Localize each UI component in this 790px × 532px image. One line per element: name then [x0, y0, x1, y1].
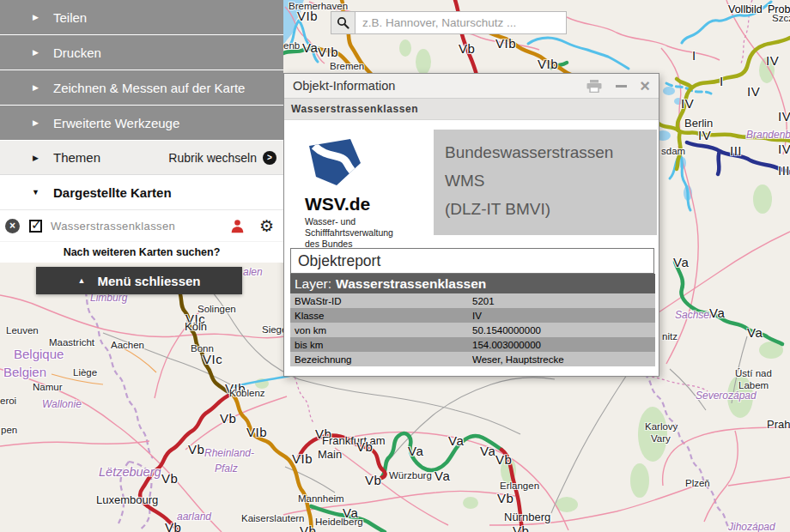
layer-header-label: Layer:	[295, 276, 331, 292]
row-value: 5201	[472, 296, 655, 306]
search-icon	[337, 16, 349, 29]
row-value: 154.003000000	[472, 340, 655, 350]
close-icon[interactable]: ×	[640, 79, 650, 93]
search-bar	[331, 11, 567, 34]
row-key: von km	[290, 325, 472, 336]
fullscreen-link[interactable]: Vollbild	[728, 3, 763, 15]
object-report-title: Objektreport	[290, 248, 654, 274]
chevron-right-circle-icon: >	[263, 151, 276, 165]
row-value: 50.1540000000	[472, 325, 655, 336]
row-value: Weser, Hauptstrecke	[472, 354, 655, 365]
table-row: bis km 154.003000000	[290, 337, 655, 352]
row-key: bis km	[290, 340, 472, 350]
close-menu-label: Menü schliessen	[97, 274, 200, 288]
service-title-line: (DLZ-IT BMVI)	[445, 195, 646, 223]
row-value: IV	[472, 311, 655, 321]
sidebar-item-label: Teilen	[53, 10, 87, 25]
section-label: Dargestellte Karten	[53, 185, 172, 200]
sidebar-menu: ▶ Teilen ▶ Drucken ▶ Zeichnen & Messen a…	[0, 0, 283, 263]
chevron-right-icon: ▶	[33, 118, 43, 127]
layer-label: Wasserstrassenklassen	[51, 220, 230, 233]
table-row: Bezeichnung Weser, Hauptstrecke	[290, 352, 655, 366]
service-title-box: Bundeswasserstrassen WMS (DLZ-IT BMVI)	[434, 130, 657, 235]
sidebar-item-label: Zeichnen & Messen auf der Karte	[53, 81, 245, 95]
sidebar-item-drucken[interactable]: ▶ Drucken	[0, 35, 283, 70]
layer-row-wasserstrassenklassen: × Wasserstrassenklassen ⚙	[0, 210, 283, 242]
sidebar-item-themen[interactable]: ▶ Themen Rubrik wechseln >	[0, 141, 283, 175]
table-row: von km 50.1540000000	[290, 323, 655, 337]
wsv-logo-icon	[307, 137, 362, 187]
search-button[interactable]	[331, 11, 355, 34]
dialog-title-bar[interactable]: Objekt-Information ×	[284, 74, 659, 99]
report-problem-link[interactable]: Probl	[768, 3, 790, 15]
print-icon[interactable]	[586, 80, 602, 93]
search-input[interactable]	[355, 11, 567, 34]
sidebar-item-label: Erweiterte Werkzeuge	[53, 116, 179, 130]
dialog-title: Objekt-Information	[293, 79, 576, 93]
dialog-body: WSV.de Wasser- und Schifffahrtsverwaltun…	[284, 120, 659, 375]
chevron-right-icon: ▶	[33, 48, 43, 57]
wsv-subtitle: Wasser- und Schifffahrtsverwaltung des B…	[305, 216, 393, 250]
sidebar-item-dargestellte-karten[interactable]: ▼ Dargestellte Karten	[0, 175, 283, 210]
table-row: BWaStr-ID 5201	[290, 293, 655, 308]
minimize-icon[interactable]	[616, 85, 627, 88]
row-key: Klasse	[290, 311, 472, 321]
object-report-table: Layer: Wasserstrassenklassen BWaStr-ID 5…	[290, 274, 655, 366]
rubrik-wechseln-label: Rubrik wechseln	[168, 151, 257, 165]
dialog-subtitle: Wasserstrassenklassen	[291, 103, 418, 115]
chevron-right-icon: ▶	[33, 13, 43, 21]
sidebar-item-teilen[interactable]: ▶ Teilen	[0, 0, 283, 34]
search-more-maps-link[interactable]: Nach weiteren Karten suchen?	[0, 242, 283, 263]
layer-header-row: Layer: Wasserstrassenklassen	[290, 274, 655, 293]
chevron-up-icon: ▲	[78, 276, 86, 285]
chevron-right-icon: ▶	[33, 154, 43, 162]
dialog-subtitle-bar: Wasserstrassenklassen	[284, 99, 659, 120]
service-title-line: Bundeswasserstrassen WMS	[445, 138, 646, 195]
rubrik-wechseln-link[interactable]: Rubrik wechseln >	[168, 151, 283, 165]
table-row: Klasse IV	[290, 308, 655, 323]
row-key: BWaStr-ID	[290, 296, 472, 306]
wsv-subtitle-line: Wasser- und	[305, 216, 393, 227]
chevron-right-icon: ▶	[33, 83, 43, 92]
object-information-dialog: Objekt-Information × Wasserstrassenklass…	[283, 73, 659, 377]
chevron-down-icon: ▼	[32, 188, 43, 196]
layer-checkbox[interactable]	[29, 220, 42, 233]
sidebar-item-label: Drucken	[53, 45, 101, 60]
remove-layer-button[interactable]: ×	[5, 219, 20, 233]
person-icon[interactable]	[230, 219, 245, 233]
close-menu-button[interactable]: ▲ Menü schliessen	[36, 267, 242, 294]
gear-icon[interactable]: ⚙	[259, 218, 274, 234]
row-key: Bezeichnung	[290, 354, 472, 365]
sidebar-item-zeichnen-messen[interactable]: ▶ Zeichnen & Messen auf der Karte	[0, 70, 283, 105]
wsv-brand: WSV.de	[305, 194, 370, 215]
layer-header-name: Wasserstrassenklassen	[336, 276, 486, 292]
sidebar-item-label: Themen	[53, 150, 100, 165]
sidebar-item-erweiterte-werkzeuge[interactable]: ▶ Erweiterte Werkzeuge	[0, 106, 283, 140]
wsv-subtitle-line: Schifffahrtsverwaltung	[305, 227, 393, 239]
